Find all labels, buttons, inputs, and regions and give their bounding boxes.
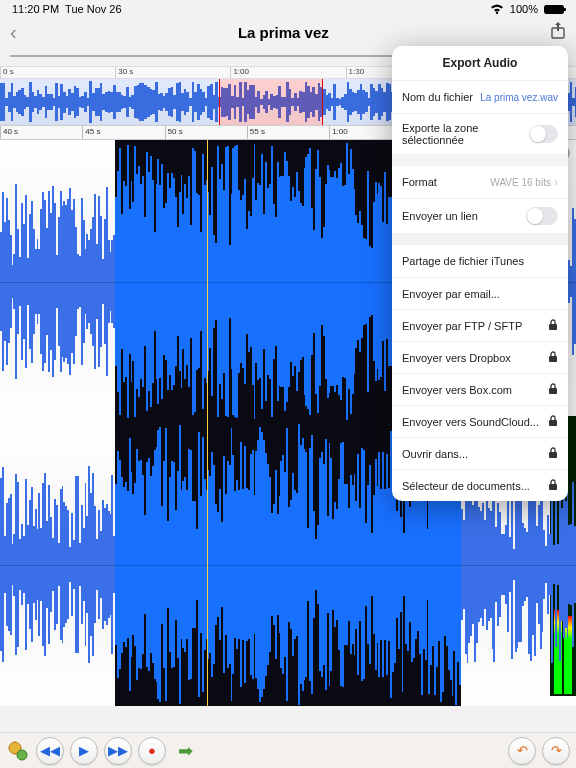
play-button[interactable]: ▶ bbox=[70, 737, 98, 765]
share-item[interactable]: Envoyer par FTP / SFTP bbox=[392, 309, 568, 341]
svg-point-8 bbox=[17, 750, 27, 760]
lock-icon bbox=[548, 479, 558, 493]
export-popover: Export Audio Nom du fichier La prima vez… bbox=[392, 46, 568, 501]
lock-icon bbox=[548, 319, 558, 333]
battery-pct: 100% bbox=[510, 3, 538, 15]
rewind-button[interactable]: ◀◀ bbox=[36, 737, 64, 765]
back-button[interactable]: ‹ bbox=[10, 21, 17, 44]
lock-icon bbox=[548, 351, 558, 365]
share-item[interactable]: Envoyer par email... bbox=[392, 277, 568, 309]
page-title: La prima vez bbox=[238, 24, 329, 41]
settings-button[interactable] bbox=[6, 739, 30, 763]
arrow-icon[interactable]: ➡ bbox=[178, 740, 193, 762]
forward-button[interactable]: ▶▶ bbox=[104, 737, 132, 765]
export-selection-row[interactable]: Exporte la zone sélectionnée bbox=[392, 113, 568, 154]
svg-rect-4 bbox=[549, 420, 557, 426]
filename-value: La prima vez.wav bbox=[480, 92, 558, 103]
chevron-right-icon: › bbox=[554, 175, 558, 189]
lock-icon bbox=[548, 415, 558, 429]
share-item[interactable]: Ouvrir dans... bbox=[392, 437, 568, 469]
svg-rect-2 bbox=[549, 356, 557, 362]
send-link-toggle[interactable] bbox=[526, 207, 558, 225]
overview-selection[interactable] bbox=[219, 79, 323, 125]
share-item[interactable]: Envoyer vers Dropbox bbox=[392, 341, 568, 373]
status-date: Tue Nov 26 bbox=[65, 3, 121, 15]
lock-icon bbox=[548, 383, 558, 397]
bottom-toolbar: ◀◀ ▶ ▶▶ ● ➡ ↶ ↷ bbox=[0, 732, 576, 768]
nav-bar: ‹ La prima vez bbox=[0, 18, 576, 46]
wifi-icon bbox=[490, 4, 504, 14]
share-button[interactable] bbox=[550, 21, 566, 43]
svg-rect-3 bbox=[549, 388, 557, 394]
undo-button[interactable]: ↶ bbox=[508, 737, 536, 765]
svg-rect-5 bbox=[549, 452, 557, 458]
svg-rect-6 bbox=[549, 484, 557, 490]
share-item[interactable]: Envoyer vers SoundCloud... bbox=[392, 405, 568, 437]
filename-row[interactable]: Nom du fichier La prima vez.wav bbox=[392, 81, 568, 113]
export-selection-toggle[interactable] bbox=[529, 125, 558, 143]
send-link-row[interactable]: Envoyer un lien bbox=[392, 198, 568, 233]
format-row[interactable]: Format WAVE 16 bits › bbox=[392, 166, 568, 198]
status-time: 11:20 PM bbox=[12, 3, 59, 15]
share-item[interactable]: Sélecteur de documents... bbox=[392, 469, 568, 501]
playhead[interactable] bbox=[207, 140, 208, 423]
share-item[interactable]: Partage de fichier iTunes bbox=[392, 245, 568, 277]
lock-icon bbox=[548, 447, 558, 461]
popover-title: Export Audio bbox=[392, 46, 568, 81]
redo-button[interactable]: ↷ bbox=[542, 737, 570, 765]
share-item[interactable]: Envoyer vers Box.com bbox=[392, 373, 568, 405]
status-bar: 11:20 PM Tue Nov 26 100% bbox=[0, 0, 576, 18]
battery-icon bbox=[544, 5, 564, 14]
svg-rect-1 bbox=[549, 324, 557, 330]
record-button[interactable]: ● bbox=[138, 737, 166, 765]
